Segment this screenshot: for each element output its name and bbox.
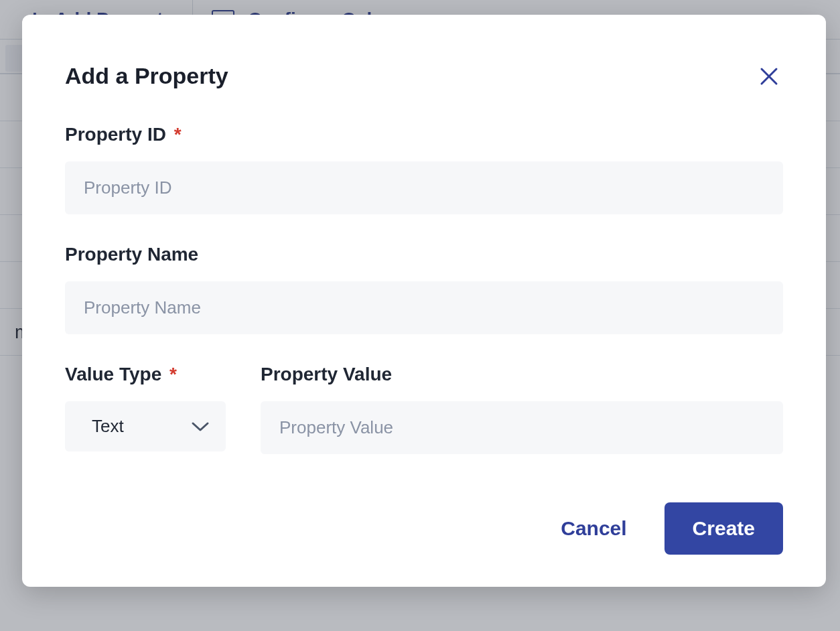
property-name-label: Property Name xyxy=(65,244,783,265)
modal-title: Add a Property xyxy=(65,63,228,89)
close-button[interactable] xyxy=(759,64,783,88)
modal-footer: Cancel Create xyxy=(65,502,783,555)
property-id-input[interactable] xyxy=(65,161,783,214)
value-type-selected: Text xyxy=(92,416,124,437)
close-icon xyxy=(759,66,783,86)
value-type-label: Value Type * xyxy=(65,364,226,385)
modal-header: Add a Property xyxy=(65,63,783,89)
required-marker: * xyxy=(174,124,182,145)
value-type-select[interactable]: Text xyxy=(65,401,226,451)
value-type-field: Value Type * Text xyxy=(65,364,226,451)
property-name-field: Property Name xyxy=(65,244,783,334)
property-value-label: Property Value xyxy=(261,364,783,385)
create-button[interactable]: Create xyxy=(664,502,783,555)
property-value-field: Property Value xyxy=(261,364,783,454)
property-id-label: Property ID * xyxy=(65,124,783,145)
property-id-field: Property ID * xyxy=(65,124,783,214)
property-value-input[interactable] xyxy=(261,401,783,454)
value-row: Value Type * Text Property Value xyxy=(65,364,783,454)
property-name-input[interactable] xyxy=(65,281,783,334)
add-property-modal: Add a Property Property ID * Property Na… xyxy=(22,15,826,587)
cancel-button[interactable]: Cancel xyxy=(561,517,626,540)
chevron-down-icon xyxy=(191,421,210,433)
required-marker: * xyxy=(169,364,177,384)
